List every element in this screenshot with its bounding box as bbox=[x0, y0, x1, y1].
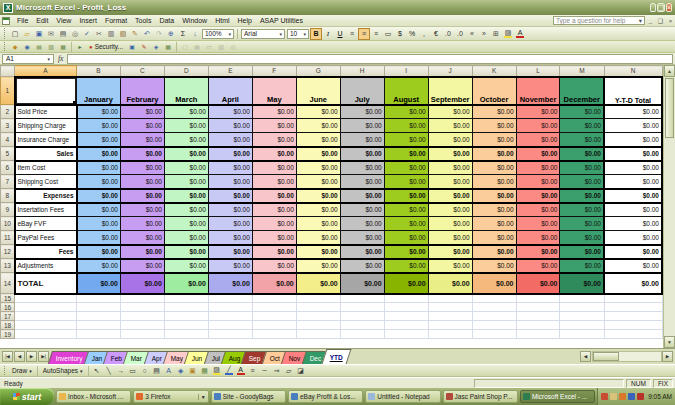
cell-december-insurance-charge[interactable]: $0.00 bbox=[560, 133, 604, 147]
cell-december-shipping-charge[interactable]: $0.00 bbox=[560, 119, 604, 133]
month-header-august[interactable]: August bbox=[384, 77, 428, 105]
menu-file[interactable]: File bbox=[13, 16, 32, 25]
empty-cell[interactable] bbox=[164, 321, 208, 330]
row-label-insurance-charge[interactable]: Insurance Charge bbox=[15, 133, 77, 147]
rectangle-icon[interactable]: ▭ bbox=[127, 365, 139, 377]
cell-november-paypal-fees[interactable]: $0.00 bbox=[516, 231, 560, 245]
row-label-shipping-charge[interactable]: Shipping Charge bbox=[15, 119, 77, 133]
empty-cell[interactable] bbox=[164, 294, 208, 303]
cell-may-ebay-fvf[interactable]: $0.00 bbox=[252, 217, 296, 231]
arrow-icon[interactable]: → bbox=[115, 365, 127, 377]
cell-october-item-cost[interactable]: $0.00 bbox=[472, 161, 516, 175]
empty-cell[interactable] bbox=[296, 330, 340, 339]
paste-icon[interactable]: ▧ bbox=[117, 28, 129, 40]
cell-june-shipping-charge[interactable]: $0.00 bbox=[296, 119, 340, 133]
empty-cell[interactable] bbox=[77, 312, 121, 321]
empty-cell[interactable] bbox=[120, 303, 164, 312]
tray-icon-1[interactable] bbox=[601, 393, 608, 400]
cell-january-adjustments[interactable]: $0.00 bbox=[77, 259, 121, 273]
empty-cell[interactable] bbox=[164, 312, 208, 321]
cell-january-shipping-cost[interactable]: $0.00 bbox=[77, 175, 121, 189]
cell-november-item-cost[interactable]: $0.00 bbox=[516, 161, 560, 175]
name-box[interactable]: A1 ▾ bbox=[2, 54, 54, 64]
format-painter-icon[interactable]: ✎ bbox=[129, 28, 141, 40]
toolbar-grip[interactable] bbox=[4, 42, 7, 51]
cell-december-item-cost[interactable]: $0.00 bbox=[560, 161, 604, 175]
cell-february-paypal-fees[interactable]: $0.00 bbox=[120, 231, 164, 245]
arrow-style-icon[interactable]: ⇒ bbox=[271, 365, 283, 377]
cell-august-fees[interactable]: $0.00 bbox=[384, 245, 428, 259]
cell-august-item-cost[interactable]: $0.00 bbox=[384, 161, 428, 175]
cell-may-expenses[interactable]: $0.00 bbox=[252, 189, 296, 203]
empty-cell[interactable] bbox=[77, 303, 121, 312]
empty-cell[interactable] bbox=[384, 303, 428, 312]
cell-may-item-cost[interactable]: $0.00 bbox=[252, 161, 296, 175]
disabled-tool-1-icon[interactable]: ▢ bbox=[179, 42, 191, 52]
redo-icon[interactable]: ↷ bbox=[153, 28, 165, 40]
draw-menu-button[interactable]: Draw▾ bbox=[9, 367, 35, 374]
cell-july-item-cost[interactable]: $0.00 bbox=[340, 161, 384, 175]
bold-icon[interactable]: B bbox=[310, 28, 322, 40]
empty-cell[interactable] bbox=[560, 294, 604, 303]
column-header-F[interactable]: F bbox=[252, 66, 296, 77]
undo-icon[interactable]: ↶ bbox=[141, 28, 153, 40]
scroll-up-icon[interactable]: ▲ bbox=[664, 65, 675, 77]
empty-cell[interactable] bbox=[472, 330, 516, 339]
cell-august-shipping-charge[interactable]: $0.00 bbox=[384, 119, 428, 133]
cell-august-insertation-fees[interactable]: $0.00 bbox=[384, 203, 428, 217]
fill-color-icon[interactable]: ▨ bbox=[211, 365, 223, 377]
row-header-7[interactable]: 7 bbox=[1, 175, 15, 189]
cell-november-shipping-cost[interactable]: $0.00 bbox=[516, 175, 560, 189]
cell-august-paypal-fees[interactable]: $0.00 bbox=[384, 231, 428, 245]
cell-march-insertation-fees[interactable]: $0.00 bbox=[164, 203, 208, 217]
empty-cell[interactable] bbox=[164, 303, 208, 312]
empty-cell[interactable] bbox=[340, 312, 384, 321]
cell-april-insertation-fees[interactable]: $0.00 bbox=[208, 203, 252, 217]
design-mode-icon[interactable]: ◈ bbox=[150, 42, 162, 52]
cell-october-insurance-charge[interactable]: $0.00 bbox=[472, 133, 516, 147]
cell-september-sold-price[interactable]: $0.00 bbox=[428, 105, 472, 119]
vertical-scroll-track[interactable] bbox=[664, 139, 675, 336]
decrease-indent-icon[interactable]: « bbox=[466, 28, 478, 40]
empty-cell[interactable] bbox=[604, 303, 662, 312]
cell-february-sales[interactable]: $0.00 bbox=[120, 147, 164, 161]
cell-A1-selected[interactable] bbox=[15, 77, 77, 105]
insert-picture-icon[interactable]: ▦ bbox=[199, 365, 211, 377]
vertical-scrollbar[interactable]: ▲ ▼ bbox=[663, 65, 675, 348]
cell-august-total[interactable]: $0.00 bbox=[384, 273, 428, 294]
cell-november-ebay-fvf[interactable]: $0.00 bbox=[516, 217, 560, 231]
cell-december-ebay-fvf[interactable]: $0.00 bbox=[560, 217, 604, 231]
empty-cell[interactable] bbox=[516, 330, 560, 339]
align-right-icon[interactable]: ≡ bbox=[370, 28, 382, 40]
cell-april-sales[interactable]: $0.00 bbox=[208, 147, 252, 161]
cell-october-sold-price[interactable]: $0.00 bbox=[472, 105, 516, 119]
empty-cell[interactable] bbox=[296, 312, 340, 321]
comma-style-icon[interactable]: , bbox=[418, 28, 430, 40]
cell-may-insurance-charge[interactable]: $0.00 bbox=[252, 133, 296, 147]
empty-cell[interactable] bbox=[164, 330, 208, 339]
cell-december-sold-price[interactable]: $0.00 bbox=[560, 105, 604, 119]
percent-icon[interactable]: % bbox=[406, 28, 418, 40]
disabled-tool-3-icon[interactable]: ▭ bbox=[203, 42, 215, 52]
cell-july-sales[interactable]: $0.00 bbox=[340, 147, 384, 161]
cell-may-fees[interactable]: $0.00 bbox=[252, 245, 296, 259]
row-header-1[interactable]: 1 bbox=[1, 77, 15, 105]
cell-october-shipping-cost[interactable]: $0.00 bbox=[472, 175, 516, 189]
month-header-january[interactable]: January bbox=[77, 77, 121, 105]
cell-june-adjustments[interactable]: $0.00 bbox=[296, 259, 340, 273]
cell-january-ebay-fvf[interactable]: $0.00 bbox=[77, 217, 121, 231]
empty-cell[interactable] bbox=[340, 321, 384, 330]
cell-april-expenses[interactable]: $0.00 bbox=[208, 189, 252, 203]
cell-ytd-sold-price[interactable]: $0.00 bbox=[604, 105, 662, 119]
row-label-sold-price[interactable]: Sold Price bbox=[15, 105, 77, 119]
cell-october-fees[interactable]: $0.00 bbox=[472, 245, 516, 259]
toolbar-grip[interactable] bbox=[4, 28, 7, 38]
horizontal-scrollbar[interactable]: ◀ ▶ bbox=[580, 348, 675, 364]
cell-june-insertation-fees[interactable]: $0.00 bbox=[296, 203, 340, 217]
cell-ytd-sales[interactable]: $0.00 bbox=[604, 147, 662, 161]
copy-icon[interactable]: ▥ bbox=[105, 28, 117, 40]
menu-data[interactable]: Data bbox=[155, 16, 178, 25]
row-label-paypal-fees[interactable]: PayPal Fees bbox=[15, 231, 77, 245]
column-header-H[interactable]: H bbox=[340, 66, 384, 77]
empty-cell[interactable] bbox=[428, 321, 472, 330]
